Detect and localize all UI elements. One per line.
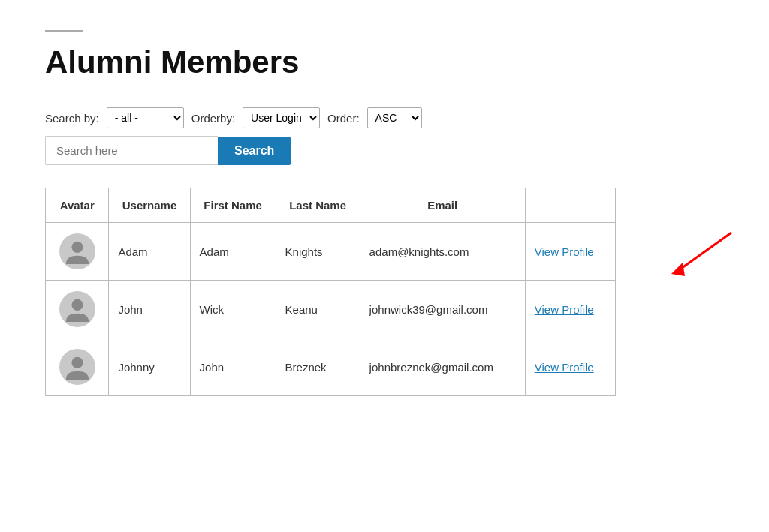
search-input[interactable]: [45, 136, 218, 165]
svg-line-0: [679, 233, 731, 270]
view-profile-link[interactable]: View Profile: [535, 245, 594, 258]
search-controls: Search by: - all - Username First Name L…: [45, 107, 724, 128]
col-last-name: Last Name: [276, 188, 360, 223]
first-name-cell: Adam: [190, 223, 276, 281]
view-profile-link[interactable]: View Profile: [535, 361, 594, 374]
avatar: [59, 291, 95, 327]
first-name-cell: Wick: [190, 281, 276, 338]
last-name-cell: Breznek: [276, 338, 360, 396]
first-name-cell: John: [190, 338, 276, 396]
email-cell: adam@knights.com: [360, 223, 525, 281]
table-row: JohnWickKeanujohnwick39@gmail.comView Pr…: [46, 281, 616, 338]
page-rule: [45, 30, 83, 32]
svg-point-2: [71, 242, 83, 253]
last-name-cell: Knights: [276, 223, 360, 281]
person-icon: [63, 295, 92, 323]
search-row: Search: [45, 136, 724, 165]
svg-marker-1: [671, 263, 685, 276]
avatar-cell: [46, 223, 109, 281]
order-label: Order:: [327, 112, 360, 125]
avatar: [59, 349, 95, 385]
table-wrapper: Avatar Username First Name Last Name Ema…: [45, 188, 724, 396]
email-cell: johnwick39@gmail.com: [360, 281, 525, 338]
action-cell[interactable]: View Profile: [525, 223, 615, 281]
col-email: Email: [360, 188, 525, 223]
search-button[interactable]: Search: [218, 137, 291, 165]
members-table: Avatar Username First Name Last Name Ema…: [45, 188, 616, 396]
avatar-cell: [46, 281, 109, 338]
col-username: Username: [109, 188, 190, 223]
action-cell[interactable]: View Profile: [525, 281, 615, 338]
order-select[interactable]: ASC DESC: [367, 107, 422, 128]
table-header-row: Avatar Username First Name Last Name Ema…: [46, 188, 616, 223]
col-first-name: First Name: [190, 188, 276, 223]
table-row: AdamAdamKnightsadam@knights.comView Prof…: [46, 223, 616, 281]
search-by-select[interactable]: - all - Username First Name Last Name Em…: [107, 107, 184, 128]
username-cell: John: [109, 281, 190, 338]
last-name-cell: Keanu: [276, 281, 360, 338]
svg-point-3: [71, 299, 83, 311]
col-action: [525, 188, 615, 223]
person-icon: [63, 237, 92, 266]
username-cell: Adam: [109, 223, 190, 281]
annotation-arrow: [656, 225, 746, 285]
person-icon: [63, 353, 92, 381]
view-profile-link[interactable]: View Profile: [535, 303, 594, 316]
avatar-cell: [46, 338, 109, 396]
action-cell[interactable]: View Profile: [525, 338, 615, 396]
username-cell: Johnny: [109, 338, 190, 396]
orderby-select[interactable]: User Login First Name Last Name Email: [243, 107, 320, 128]
table-row: JohnnyJohnBreznekjohnbreznek@gmail.comVi…: [46, 338, 616, 396]
email-cell: johnbreznek@gmail.com: [360, 338, 525, 396]
svg-point-4: [71, 357, 83, 368]
page-title: Alumni Members: [45, 44, 724, 80]
avatar: [59, 233, 95, 269]
col-avatar: Avatar: [46, 188, 109, 223]
orderby-label: Orderby:: [191, 112, 235, 125]
search-by-label: Search by:: [45, 112, 99, 125]
